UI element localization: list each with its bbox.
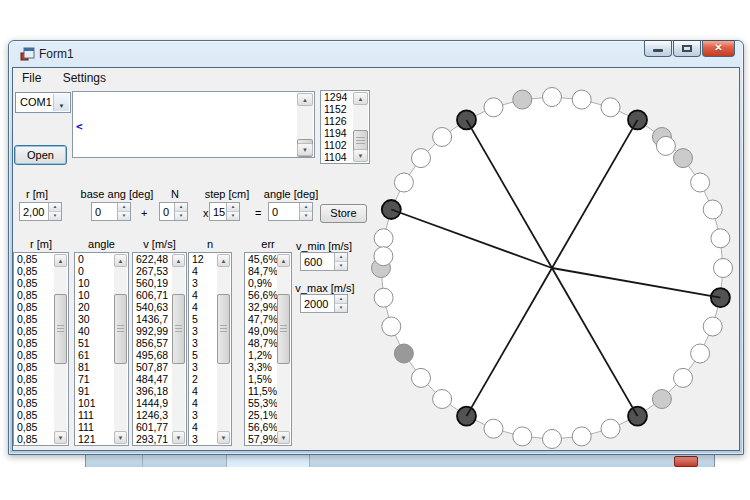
scroll-down-icon[interactable]: ▼ [217,431,230,444]
scroll-down-icon[interactable]: ▼ [172,431,185,444]
serial-monitor-textbox[interactable]: < f1> ?&3<\f1><f2>84 <\f2><f3>F5┴┬<\f3><… [72,91,315,158]
scrollbar-thumb[interactable] [217,294,230,364]
listbox-err[interactable]: 45,6%84,7%0,9%56,6%32,9%47,7%49,0%48,7%1… [244,252,292,446]
base-ang-spinner-up-button[interactable]: ▲ [117,203,130,211]
ring-node [711,229,730,248]
scroll-up-icon[interactable]: ▲ [172,254,185,267]
column-header: r [m] [13,238,69,250]
scroll-up-icon[interactable]: ▲ [54,254,67,267]
r-spinner-value: 2,00 [23,206,44,218]
scroll-down-icon[interactable]: ▼ [297,143,313,156]
vmin-spinner-up-button[interactable]: ▲ [334,253,347,261]
scrollbar-thumb[interactable] [277,294,290,364]
vmin-spinner-value: 600 [304,256,322,268]
scroll-up-icon[interactable]: ▲ [114,254,127,267]
angle-spinner-down-button[interactable]: ▼ [299,211,312,220]
vmax-spinner-down-button[interactable]: ▼ [334,303,347,312]
step-spinner-down-button[interactable]: ▼ [226,211,239,220]
ring-node [674,149,693,168]
listbox-scrollbar[interactable]: ▲▼ [54,254,67,444]
window-title: Form1 [39,47,74,61]
listbox-scrollbar[interactable]: ▲▼ [217,254,230,444]
serial-monitor-text: < f1> ?&3<\f1><f2>84 <\f2><f3>F5┴┬<\f3><… [76,94,294,155]
vmin-spinner-down-button[interactable]: ▼ [334,261,347,270]
n-spinner[interactable]: 0 ▲▼ [159,202,188,221]
vmin-spinner[interactable]: 600 ▲▼ [300,252,348,271]
ring-node [374,288,393,307]
ring-node [412,368,431,387]
minimize-button[interactable] [644,40,672,57]
angle-spinner-up-button[interactable]: ▲ [299,203,312,211]
serial-monitor-scrollbar[interactable]: ▲▼ [297,93,313,156]
ring-node [572,90,591,109]
menu-settings[interactable]: Settings [54,68,115,88]
ring-node [656,136,675,155]
ring-node [543,88,562,107]
column-header: v [m/s] [132,238,187,250]
scroll-up-icon[interactable]: ▲ [217,254,230,267]
open-button[interactable]: Open [14,145,67,165]
scroll-up-icon[interactable]: ▲ [277,254,290,267]
angle-spinner[interactable]: 0 ▲▼ [268,202,313,221]
listbox-n[interactable]: 12434453353244343▲▼ [188,252,232,446]
angle-label: angle [deg] [264,188,318,200]
step-spinner-up-button[interactable]: ▲ [226,203,239,211]
vmax-spinner[interactable]: 2000 ▲▼ [300,294,348,313]
step-spinner[interactable]: 15 ▲▼ [209,202,240,221]
n-spinner-down-button[interactable]: ▼ [174,211,187,220]
r-spinner-up-button[interactable]: ▲ [48,203,61,211]
ring-node [484,419,503,438]
combo-dropdown-button[interactable]: ▼ [53,94,69,111]
ring-node [484,98,503,117]
counts-listbox[interactable]: 129411521126119411021104 ▲▼ [320,90,370,164]
n-spinner-up-button[interactable]: ▲ [174,203,187,211]
app-icon [19,46,35,62]
scroll-down-icon[interactable]: ▼ [277,431,290,444]
column-header: err [244,238,292,250]
ring-node [601,419,620,438]
maximize-button[interactable] [673,40,701,57]
listbox-vms[interactable]: 622,48267,53560,19606,71540,631436,7992,… [132,252,187,446]
listbox-scrollbar[interactable]: ▲▼ [277,254,290,444]
scroll-down-icon[interactable]: ▼ [114,431,127,444]
ring-node [513,90,532,109]
ring-node [703,317,722,336]
base-ang-spinner[interactable]: 0 ▲▼ [91,202,131,221]
ring-node [433,390,452,409]
background-close-button[interactable] [674,456,698,467]
vmax-spinner-value: 2000 [304,298,328,310]
scrollbar-thumb[interactable] [172,294,185,364]
r-spinner[interactable]: 2,00 ▲▼ [19,202,62,221]
store-button[interactable]: Store [320,204,367,223]
ring-node [394,173,413,192]
scroll-up-icon[interactable]: ▲ [297,93,313,106]
ring-node [382,317,401,336]
minimize-icon [653,49,663,52]
ring-node [572,427,591,446]
listbox-rm[interactable]: 0,850,850,850,850,850,850,850,850,850,85… [13,252,69,446]
ring-node [674,368,693,387]
chevron-down-icon: ▼ [59,103,65,109]
r-spinner-down-button[interactable]: ▼ [48,211,61,220]
com-port-combobox[interactable]: COM1 ▼ [15,92,71,113]
ring-node [374,247,393,266]
listbox-angle[interactable]: 0010102030405161817191101111111121▲▼ [74,252,129,446]
ring-node [513,427,532,446]
ring-node [628,110,647,129]
ring-node [457,110,476,129]
listbox-scrollbar[interactable]: ▲▼ [114,254,127,444]
scroll-down-icon[interactable]: ▼ [54,431,67,444]
scrollbar-thumb[interactable] [54,294,67,364]
listbox-scrollbar[interactable]: ▲▼ [172,254,185,444]
column-header: angle [74,238,129,250]
scrollbar-thumb[interactable] [114,294,127,364]
client-area: File Settings COM1 ▼ < f1> ?&3<\f1><f2>8… [12,67,740,451]
titlebar[interactable]: Form1 ✕ [9,41,743,67]
close-button[interactable]: ✕ [702,40,735,57]
angle-spinner-value: 0 [272,206,278,218]
vmax-spinner-up-button[interactable]: ▲ [334,295,347,303]
com-port-value: COM1 [20,96,52,108]
ring-node [691,344,710,363]
base-ang-spinner-down-button[interactable]: ▼ [117,211,130,220]
menu-file[interactable]: File [13,68,50,88]
